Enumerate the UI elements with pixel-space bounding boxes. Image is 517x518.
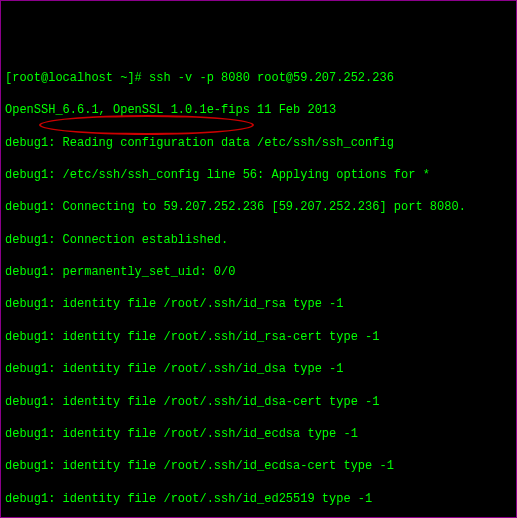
terminal-output-line: debug1: identity file /root/.ssh/id_ecds… — [5, 426, 512, 442]
terminal-output-line: debug1: identity file /root/.ssh/id_dsa … — [5, 361, 512, 377]
terminal-output-line: debug1: identity file /root/.ssh/id_ecds… — [5, 458, 512, 474]
terminal-output-line: debug1: identity file /root/.ssh/id_rsa … — [5, 296, 512, 312]
terminal-output-line: debug1: identity file /root/.ssh/id_rsa-… — [5, 329, 512, 345]
terminal-output-line: debug1: permanently_set_uid: 0/0 — [5, 264, 512, 280]
terminal-output-line: debug1: identity file /root/.ssh/id_ed25… — [5, 491, 512, 507]
terminal-output-line: debug1: identity file /root/.ssh/id_dsa-… — [5, 394, 512, 410]
terminal-prompt-line: [root@localhost ~]# ssh -v -p 8080 root@… — [5, 70, 512, 86]
terminal-output-line: debug1: /etc/ssh/ssh_config line 56: App… — [5, 167, 512, 183]
terminal-output-line: OpenSSH_6.6.1, OpenSSL 1.0.1e-fips 11 Fe… — [5, 102, 512, 118]
terminal-output-line: debug1: Connecting to 59.207.252.236 [59… — [5, 199, 512, 215]
terminal-output-line: debug1: Reading configuration data /etc/… — [5, 135, 512, 151]
terminal-output-line-highlighted: debug1: Connection established. — [5, 232, 512, 248]
